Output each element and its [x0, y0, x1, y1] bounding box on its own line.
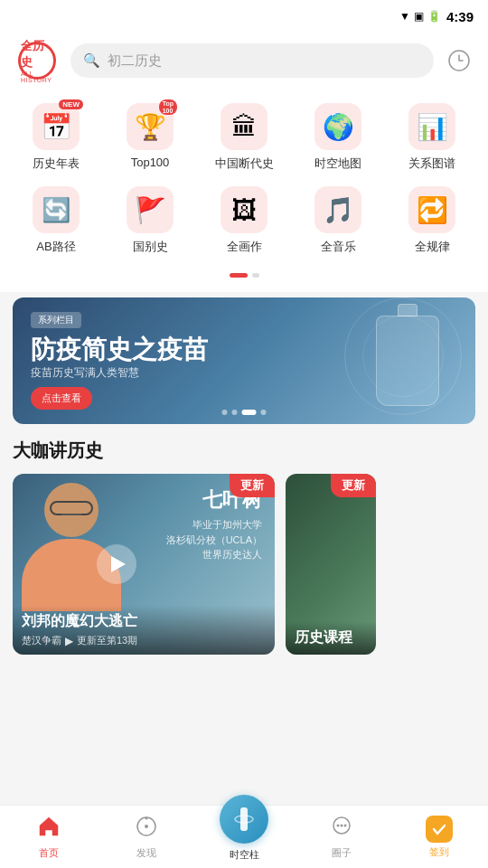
logo-main-text: 全历史 — [21, 38, 53, 71]
nav-item-home[interactable]: 首页 — [0, 806, 98, 868]
category-label-quanhua: 全画作 — [227, 239, 262, 255]
wifi-icon: ▼ — [399, 10, 410, 23]
chat-icon — [330, 815, 353, 844]
video-play-icon: ▶ — [65, 635, 73, 647]
video-card-1[interactable]: 更新 七叶树 毕业于加州大学洛杉矶分校（UCLA）世界历史达人 — [13, 474, 275, 655]
category-icon-guobie: 🚩 — [127, 186, 174, 233]
nav-label-circle: 圈子 — [332, 846, 352, 860]
play-button-1[interactable] — [97, 544, 136, 584]
category-item-duandaishi[interactable]: 🏛 中国断代史 — [208, 103, 280, 172]
signal-icon: ▣ — [414, 10, 424, 23]
search-bar[interactable]: 🔍 初二历史 — [70, 43, 434, 78]
banner-content: 系列栏目 防疫简史之疫苗 疫苗历史写满人类智慧 点击查看 — [13, 297, 226, 424]
svg-point-9 — [344, 824, 347, 826]
compass-icon — [135, 815, 158, 844]
banner-button[interactable]: 点击查看 — [31, 387, 92, 410]
category-item-quanhua[interactable]: 🖼 全画作 — [208, 186, 280, 255]
banner-dot-2 — [232, 410, 238, 415]
update-info-1: 更新至第13期 — [77, 634, 137, 647]
status-time: 4:39 — [446, 9, 474, 24]
category-icon-nianbiiao: 📅 NEW — [33, 103, 80, 150]
video-meta-1: 楚汉争霸 ▶ 更新至第13期 — [22, 634, 266, 647]
svg-point-8 — [341, 824, 343, 826]
banner-dots — [222, 410, 267, 415]
update-badge-1: 更新 — [230, 474, 275, 497]
category-label-guanxi: 关系图谱 — [408, 156, 455, 172]
nav-label-home: 首页 — [39, 846, 59, 860]
banner[interactable]: 系列栏目 防疫简史之疫苗 疫苗历史写满人类智慧 点击查看 — [13, 297, 475, 424]
category-icon-quanyin: 🎵 — [314, 186, 361, 233]
category-item-nianbiiao[interactable]: 📅 NEW 历史年表 — [20, 103, 92, 172]
category-item-guobie[interactable]: 🚩 国别史 — [114, 186, 186, 255]
dot-2 — [252, 273, 259, 278]
dot-1 — [230, 273, 248, 278]
video-bg-2: 更新 历史课程 — [286, 474, 376, 655]
video-bottom-info-1: 刘邦的魔幻大逃亡 楚汉争霸 ▶ 更新至第13期 — [13, 605, 275, 655]
logo-sub-text: ALL HISTORY — [21, 71, 53, 83]
video-scroll[interactable]: 更新 七叶树 毕业于加州大学洛杉矶分校（UCLA）世界历史达人 — [0, 474, 488, 667]
header: 全历史 ALL HISTORY 🔍 初二历史 — [0, 33, 488, 90]
category-icon-guanxi: 📊 — [408, 103, 455, 150]
svg-point-7 — [337, 824, 340, 826]
nav-label-checkin: 签到 — [429, 845, 449, 859]
banner-dot-3 — [242, 410, 257, 415]
category-label-quangui: 全规律 — [415, 239, 450, 255]
nav-item-timepillar[interactable]: 时空柱 — [195, 813, 293, 862]
category-item-quangui[interactable]: 🔁 全规律 — [396, 186, 468, 255]
nav-item-checkin[interactable]: 签到 — [390, 806, 488, 868]
update-badge-2: 更新 — [331, 474, 376, 497]
category-icon-quanhua: 🖼 — [221, 186, 267, 233]
svg-point-3 — [145, 816, 148, 819]
category-label-shikong: 时空地图 — [314, 156, 361, 172]
nav-label-timepillar: 时空柱 — [230, 848, 259, 862]
video-bottom-info-2: 历史课程 — [286, 621, 376, 655]
video-bg-1: 更新 七叶树 毕业于加州大学洛杉矶分校（UCLA）世界历史达人 — [13, 474, 275, 655]
category-icon-quangui: 🔁 — [408, 186, 455, 233]
course-title-1: 刘邦的魔幻大逃亡 — [22, 612, 266, 631]
category-label-top100: Top100 — [131, 156, 170, 169]
category-item-guanxi[interactable]: 📊 关系图谱 — [396, 103, 468, 172]
video-card-2[interactable]: 更新 历史课程 — [286, 474, 376, 655]
banner-title: 防疫简史之疫苗 — [31, 335, 208, 365]
banner-title-area: 防疫简史之疫苗 疫苗历史写满人类智慧 — [31, 335, 208, 381]
category-item-quanyin[interactable]: 🎵 全音乐 — [302, 186, 374, 255]
banner-subtitle: 疫苗历史写满人类智慧 — [31, 365, 208, 381]
banner-dot-4 — [261, 410, 267, 415]
category-item-top100[interactable]: 🏆 Top100 Top100 — [114, 103, 186, 172]
category-label-nianbiiao: 历史年表 — [33, 156, 80, 172]
course-title-2: 历史课程 — [295, 628, 367, 647]
nav-item-circle[interactable]: 圈子 — [293, 806, 390, 868]
category-icon-duandaishi: 🏛 — [221, 103, 267, 150]
home-icon — [37, 815, 61, 844]
banner-dot-1 — [222, 410, 228, 415]
instructor-info: 七叶树 毕业于加州大学洛杉矶分校（UCLA）世界历史达人 — [166, 486, 262, 562]
category-item-abpath[interactable]: 🔄 AB路径 — [20, 186, 92, 255]
app-logo[interactable]: 全历史 ALL HISTORY — [13, 42, 61, 80]
search-hint: 初二历史 — [108, 52, 162, 70]
play-triangle-icon — [111, 556, 126, 572]
category-icon-abpath: 🔄 — [33, 186, 80, 233]
bottom-nav: 首页 发现 时空柱 — [0, 805, 488, 868]
category-icon-top100: 🏆 Top100 — [127, 103, 174, 150]
category-section: 📅 NEW 历史年表 🏆 Top100 Top100 🏛 中国断代史 — [0, 90, 488, 292]
category-item-shikong[interactable]: 🌍 时空地图 — [302, 103, 374, 172]
video-section: 大咖讲历史 更新 七叶树 — [0, 439, 488, 667]
nav-item-discover[interactable]: 发现 — [98, 806, 195, 868]
search-history-icon[interactable] — [443, 44, 475, 77]
banner-image — [376, 307, 448, 415]
timepillar-icon-container — [220, 795, 268, 844]
logo-circle: 全历史 ALL HISTORY — [18, 42, 56, 80]
category-label-duandaishi: 中国断代史 — [215, 156, 274, 172]
category-row-1: 📅 NEW 历史年表 🏆 Top100 Top100 🏛 中国断代史 — [0, 103, 488, 172]
checkin-icon — [426, 816, 453, 843]
status-icons: ▼ ▣ 🔋 — [399, 10, 441, 23]
search-icon: 🔍 — [83, 52, 100, 69]
category-label-quanyin: 全音乐 — [321, 239, 356, 255]
instructor-desc: 毕业于加州大学洛杉矶分校（UCLA）世界历史达人 — [166, 517, 262, 562]
course-category-1: 楚汉争霸 — [22, 634, 61, 647]
status-bar: ▼ ▣ 🔋 4:39 — [0, 0, 488, 33]
category-label-abpath: AB路径 — [36, 239, 75, 255]
svg-rect-4 — [240, 807, 248, 831]
battery-icon: 🔋 — [427, 10, 441, 23]
svg-point-2 — [145, 825, 148, 828]
